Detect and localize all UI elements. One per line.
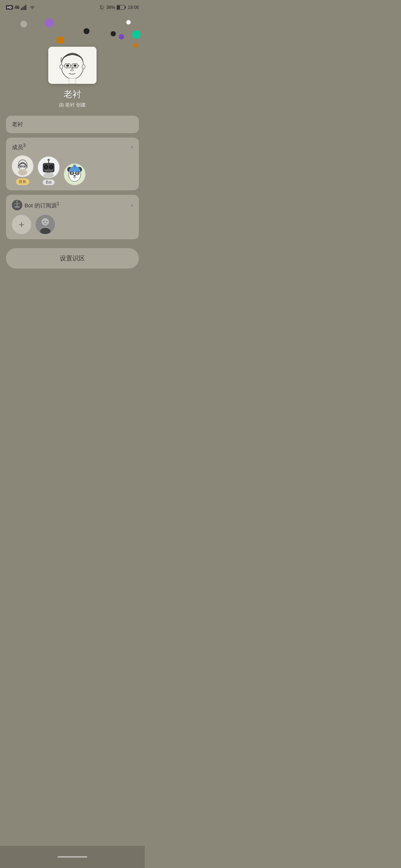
decorative-dot	[56, 36, 64, 44]
battery-text: 38%	[106, 5, 115, 10]
battery-icon	[117, 5, 126, 10]
svg-rect-6	[125, 6, 126, 9]
time-display: 19:06	[128, 5, 139, 10]
member-avatar-3	[64, 164, 85, 185]
wifi-icon	[29, 5, 36, 10]
svg-point-15	[74, 65, 76, 67]
svg-point-64	[46, 221, 48, 222]
decorative-dot	[119, 34, 124, 39]
decorative-dot	[45, 19, 53, 27]
cards-area: 老衬 成员3 ›	[0, 108, 145, 247]
sub-avatar	[36, 215, 55, 234]
bot-sub-icon	[12, 200, 22, 210]
decorative-dot	[84, 28, 89, 34]
svg-point-24	[20, 166, 22, 167]
members-chevron-icon: ›	[131, 144, 133, 150]
name-value: 老衬	[12, 121, 23, 127]
member-avatar-2	[38, 157, 59, 178]
svg-point-26	[18, 170, 27, 175]
members-header[interactable]: 成员3 ›	[12, 143, 133, 151]
settings-button-wrap: 设置识区	[0, 248, 145, 269]
svg-point-57	[18, 205, 19, 206]
profile-subtitle: 由 老衬 创建	[59, 102, 86, 108]
svg-point-50	[74, 175, 76, 177]
svg-point-51	[73, 165, 76, 168]
decorative-dot	[126, 20, 131, 24]
svg-point-31	[45, 166, 47, 168]
add-subscription-button[interactable]: +	[12, 215, 31, 234]
svg-rect-5	[117, 6, 120, 9]
svg-point-63	[43, 221, 45, 222]
bot-sub-title-row: Bot 的订阅源1	[12, 200, 59, 210]
member-avatar-1	[12, 155, 33, 177]
profile-section: 老衬 由 老衬 创建	[0, 47, 145, 108]
members-title: 成员3	[12, 143, 26, 151]
member-item[interactable]	[64, 164, 85, 185]
settings-button[interactable]: 设置识区	[6, 248, 139, 269]
svg-point-55	[15, 205, 16, 206]
decorative-dot	[132, 30, 140, 39]
svg-rect-18	[69, 78, 76, 84]
bot-sub-header[interactable]: Bot 的订阅源1 ›	[12, 200, 133, 210]
svg-point-14	[66, 65, 69, 67]
bottom-spacer	[0, 269, 145, 313]
svg-point-16	[60, 65, 63, 69]
member-badge-1: 区长	[16, 178, 29, 185]
bot-sub-chevron-icon: ›	[131, 202, 133, 208]
profile-name: 老衬	[63, 88, 81, 100]
svg-point-59	[16, 201, 18, 202]
decorative-dot	[20, 21, 27, 27]
signal-icon	[21, 5, 27, 10]
svg-point-25	[24, 166, 25, 167]
svg-point-36	[48, 159, 50, 161]
sub-items-list: +	[12, 215, 133, 234]
bot-sub-label: Bot 的订阅源1	[25, 201, 59, 209]
bot-sub-card[interactable]: Bot 的订阅源1 › +	[6, 195, 139, 239]
svg-point-61	[42, 218, 49, 226]
svg-point-49	[77, 173, 78, 174]
name-card: 老衬	[6, 116, 139, 133]
members-list: 区长	[12, 155, 133, 185]
member-badge-2: Bot	[43, 180, 54, 185]
status-left: HD 46	[6, 5, 36, 10]
svg-point-17	[82, 65, 85, 69]
svg-rect-0	[21, 8, 22, 10]
svg-rect-2	[24, 6, 25, 10]
svg-point-34	[50, 166, 52, 168]
hd-badge: HD	[6, 5, 13, 10]
svg-point-48	[72, 173, 73, 174]
decorative-dot	[111, 31, 116, 36]
status-bar: HD 46 38% 19:06	[0, 0, 145, 13]
status-right: 38% 19:06	[99, 4, 139, 10]
svg-rect-37	[45, 170, 53, 171]
member-item[interactable]: Bot	[38, 157, 59, 185]
profile-avatar	[48, 47, 97, 84]
signal-text: 46	[14, 5, 19, 10]
svg-rect-3	[25, 5, 26, 10]
members-card[interactable]: 成员3 ›	[6, 138, 139, 190]
bell-mute-icon	[99, 4, 105, 10]
member-item[interactable]: 区长	[12, 155, 33, 185]
svg-rect-1	[22, 7, 23, 10]
svg-point-39	[43, 172, 54, 178]
